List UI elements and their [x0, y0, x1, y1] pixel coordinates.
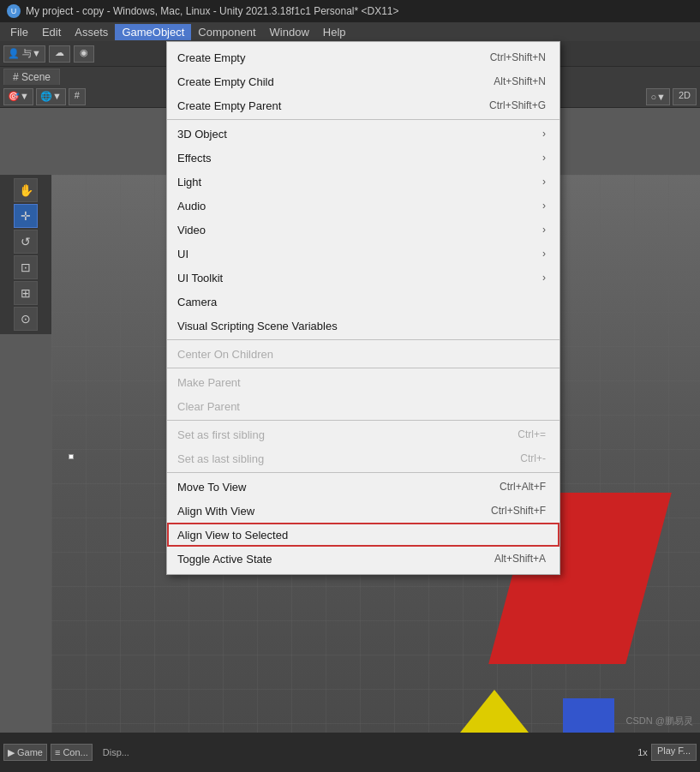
menu-item-center-on-children: Center On Children: [167, 342, 559, 366]
tab-scene[interactable]: # Scene: [3, 69, 60, 85]
rect-tool[interactable]: ⊞: [14, 281, 38, 305]
menu-item-create-empty-child[interactable]: Create Empty ChildAlt+Shift+N: [167, 69, 559, 93]
menu-item-shortcut: Ctrl+=: [518, 428, 546, 440]
menu-item-effects[interactable]: Effects›: [167, 146, 559, 170]
menu-separator: [167, 339, 559, 340]
menu-item-label: 3D Object: [177, 128, 227, 141]
menu-item-create-empty-parent[interactable]: Create Empty ParentCtrl+Shift+G: [167, 93, 559, 117]
menu-item-move-to-view[interactable]: Move To ViewCtrl+Alt+F: [167, 475, 559, 499]
menu-item-label: UI Toolkit: [177, 272, 223, 284]
menu-item-audio[interactable]: Audio›: [167, 194, 559, 218]
menu-separator: [167, 119, 559, 120]
menu-item-label: Make Parent: [177, 376, 241, 389]
view-dropdown[interactable]: 🎯▼: [3, 88, 33, 105]
title-bar: U My project - copy - Windows, Mac, Linu…: [0, 0, 700, 22]
anchor-point: [69, 454, 74, 459]
menu-item-shortcut: Ctrl+Shift+N: [490, 51, 546, 63]
submenu-arrow-icon: ›: [542, 200, 546, 212]
resolution-info: 1x: [637, 747, 648, 757]
menu-item-shortcut: Ctrl+Alt+F: [500, 481, 546, 493]
menu-item-3d-object[interactable]: 3D Object›: [167, 122, 559, 146]
menu-item-label: Move To View: [177, 481, 246, 494]
account-dropdown[interactable]: 👤 与▼: [3, 45, 45, 63]
game-display: Disp...: [96, 747, 635, 757]
menu-item-label: Clear Parent: [177, 400, 240, 413]
menu-item-label: UI: [177, 248, 188, 260]
menu-separator: [167, 368, 559, 368]
account-icon: 👤: [8, 48, 20, 59]
menu-item-shortcut: Ctrl+-: [520, 452, 546, 464]
console-label: Con...: [63, 747, 87, 757]
transform-tool[interactable]: ⊙: [14, 307, 38, 331]
menu-gameobject[interactable]: GameObject: [115, 24, 191, 40]
collab-btn[interactable]: ◉: [74, 45, 94, 63]
menu-bar: File Edit Assets GameObject Component Wi…: [0, 22, 700, 41]
menu-item-label: Video: [177, 224, 206, 236]
menu-item-clear-parent: Clear Parent: [167, 394, 559, 418]
menu-item-create-empty[interactable]: Create EmptyCtrl+Shift+N: [167, 45, 559, 69]
menu-help[interactable]: Help: [316, 24, 353, 40]
menu-item-label: Set as last sibling: [177, 452, 264, 465]
menu-file[interactable]: File: [3, 24, 35, 40]
console-icon: ≡: [55, 747, 60, 757]
menu-item-label: Create Empty: [177, 51, 245, 64]
menu-item-align-view-to-selected[interactable]: Align View to Selected: [167, 523, 559, 547]
menu-item-label: Center On Children: [177, 348, 273, 361]
menu-item-label: Light: [177, 176, 201, 189]
submenu-arrow-icon: ›: [542, 248, 546, 260]
menu-item-shortcut: Ctrl+Shift+G: [489, 99, 546, 111]
move-tool[interactable]: ✛: [14, 204, 38, 228]
menu-window[interactable]: Window: [263, 24, 316, 40]
menu-item-shortcut: Ctrl+Shift+F: [491, 505, 546, 517]
game-icon: ▶: [8, 747, 15, 758]
play-forward-btn[interactable]: Play F...: [651, 744, 697, 761]
console-tab[interactable]: ≡ Con...: [51, 744, 93, 761]
blue-shape: [563, 698, 614, 733]
menu-item-set-as-first-sibling: Set as first siblingCtrl+=: [167, 422, 559, 446]
menu-component[interactable]: Component: [191, 24, 262, 40]
menu-item-ui-toolkit[interactable]: UI Toolkit›: [167, 266, 559, 290]
game-label: Game: [17, 747, 43, 757]
cloud-btn[interactable]: ☁: [49, 45, 70, 63]
world-dropdown[interactable]: 🌐▼: [36, 88, 66, 105]
menu-item-light[interactable]: Light›: [167, 170, 559, 194]
menu-assets[interactable]: Assets: [68, 24, 115, 40]
bottom-bar: ▶ Game ≡ Con... Disp... 1x Play F...: [0, 733, 700, 772]
gameobject-dropdown-menu: Create EmptyCtrl+Shift+NCreate Empty Chi…: [166, 41, 560, 575]
menu-item-label: Create Empty Child: [177, 75, 274, 88]
submenu-arrow-icon: ›: [542, 272, 546, 284]
menu-item-label: Audio: [177, 200, 206, 212]
menu-item-ui[interactable]: UI›: [167, 242, 559, 266]
render-dropdown[interactable]: ○▼: [646, 88, 670, 105]
submenu-arrow-icon: ›: [542, 128, 546, 140]
left-tools-panel: ✋ ✛ ↺ ⊡ ⊞ ⊙: [0, 175, 51, 334]
gizmo-btn[interactable]: #: [69, 88, 86, 105]
menu-item-label: Effects: [177, 152, 212, 165]
title-text: My project - copy - Windows, Mac, Linux …: [26, 5, 399, 17]
menu-item-shortcut: Alt+Shift+N: [494, 75, 546, 87]
menu-separator: [167, 420, 559, 421]
menu-item-label: Toggle Active State: [177, 553, 272, 566]
submenu-arrow-icon: ›: [542, 176, 546, 188]
unity-icon: U: [7, 4, 21, 18]
menu-item-label: Camera: [177, 296, 217, 308]
menu-item-align-with-view[interactable]: Align With ViewCtrl+Shift+F: [167, 499, 559, 523]
watermark: CSDN @鹏易灵: [626, 715, 693, 727]
menu-item-toggle-active-state[interactable]: Toggle Active StateAlt+Shift+A: [167, 547, 559, 571]
submenu-arrow-icon: ›: [542, 152, 546, 164]
menu-separator: [167, 472, 559, 473]
menu-item-label: Create Empty Parent: [177, 99, 281, 112]
menu-edit[interactable]: Edit: [35, 24, 68, 40]
menu-item-video[interactable]: Video›: [167, 218, 559, 242]
menu-item-label: Align View to Selected: [177, 529, 288, 542]
menu-item-set-as-last-sibling: Set as last siblingCtrl+-: [167, 446, 559, 470]
2d-btn[interactable]: 2D: [673, 88, 697, 105]
scale-tool[interactable]: ⊡: [14, 255, 38, 279]
rotate-tool[interactable]: ↺: [14, 230, 38, 254]
yellow-triangle-shape: [460, 690, 529, 733]
menu-item-camera[interactable]: Camera: [167, 290, 559, 314]
menu-item-label: Set as first sibling: [177, 428, 265, 441]
hand-tool[interactable]: ✋: [14, 178, 38, 202]
game-tab[interactable]: ▶ Game: [3, 744, 47, 761]
menu-item-visual-scripting-scene-variables[interactable]: Visual Scripting Scene Variables: [167, 314, 559, 338]
